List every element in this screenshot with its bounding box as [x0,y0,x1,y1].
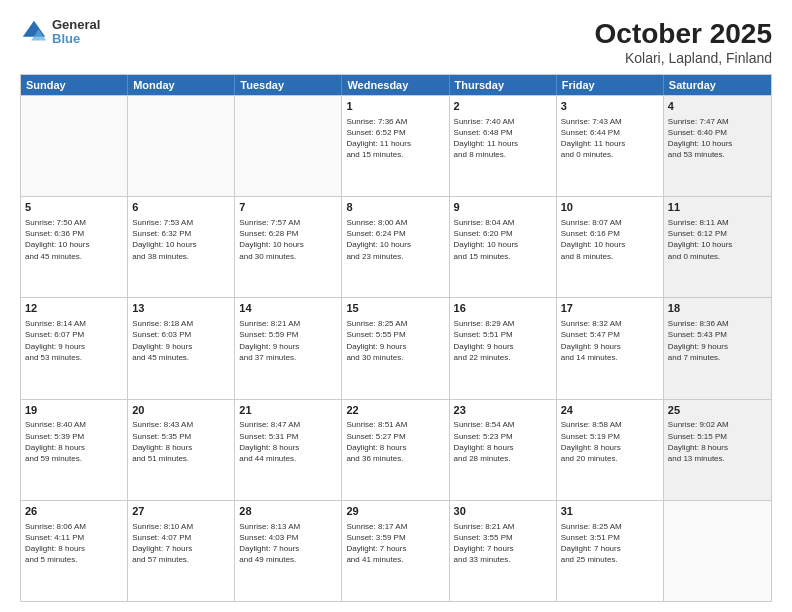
calendar-row: 5Sunrise: 7:50 AM Sunset: 6:36 PM Daylig… [21,196,771,297]
day-number: 7 [239,200,337,215]
calendar-cell: 6Sunrise: 7:53 AM Sunset: 6:32 PM Daylig… [128,197,235,297]
calendar-cell: 21Sunrise: 8:47 AM Sunset: 5:31 PM Dayli… [235,400,342,500]
day-number: 30 [454,504,552,519]
calendar-row: 1Sunrise: 7:36 AM Sunset: 6:52 PM Daylig… [21,95,771,196]
calendar-cell: 12Sunrise: 8:14 AM Sunset: 6:07 PM Dayli… [21,298,128,398]
day-info: Sunrise: 8:32 AM Sunset: 5:47 PM Dayligh… [561,318,659,363]
day-info: Sunrise: 8:06 AM Sunset: 4:11 PM Dayligh… [25,521,123,566]
day-info: Sunrise: 8:00 AM Sunset: 6:24 PM Dayligh… [346,217,444,262]
day-info: Sunrise: 8:58 AM Sunset: 5:19 PM Dayligh… [561,419,659,464]
calendar-row: 19Sunrise: 8:40 AM Sunset: 5:39 PM Dayli… [21,399,771,500]
calendar-cell: 31Sunrise: 8:25 AM Sunset: 3:51 PM Dayli… [557,501,664,601]
calendar-cell: 23Sunrise: 8:54 AM Sunset: 5:23 PM Dayli… [450,400,557,500]
calendar-cell: 3Sunrise: 7:43 AM Sunset: 6:44 PM Daylig… [557,96,664,196]
calendar-cell: 16Sunrise: 8:29 AM Sunset: 5:51 PM Dayli… [450,298,557,398]
day-info: Sunrise: 8:11 AM Sunset: 6:12 PM Dayligh… [668,217,767,262]
calendar-cell [664,501,771,601]
calendar-cell: 10Sunrise: 8:07 AM Sunset: 6:16 PM Dayli… [557,197,664,297]
calendar-cell: 22Sunrise: 8:51 AM Sunset: 5:27 PM Dayli… [342,400,449,500]
page: General Blue October 2025 Kolari, Laplan… [0,0,792,612]
calendar-cell: 9Sunrise: 8:04 AM Sunset: 6:20 PM Daylig… [450,197,557,297]
day-info: Sunrise: 8:07 AM Sunset: 6:16 PM Dayligh… [561,217,659,262]
day-info: Sunrise: 8:47 AM Sunset: 5:31 PM Dayligh… [239,419,337,464]
calendar-cell: 4Sunrise: 7:47 AM Sunset: 6:40 PM Daylig… [664,96,771,196]
day-info: Sunrise: 8:14 AM Sunset: 6:07 PM Dayligh… [25,318,123,363]
weekday-header: Thursday [450,75,557,95]
calendar-cell: 8Sunrise: 8:00 AM Sunset: 6:24 PM Daylig… [342,197,449,297]
weekday-header: Sunday [21,75,128,95]
day-number: 14 [239,301,337,316]
day-number: 8 [346,200,444,215]
calendar-cell: 15Sunrise: 8:25 AM Sunset: 5:55 PM Dayli… [342,298,449,398]
day-number: 19 [25,403,123,418]
day-number: 18 [668,301,767,316]
day-number: 25 [668,403,767,418]
day-number: 12 [25,301,123,316]
calendar-cell: 19Sunrise: 8:40 AM Sunset: 5:39 PM Dayli… [21,400,128,500]
day-info: Sunrise: 8:29 AM Sunset: 5:51 PM Dayligh… [454,318,552,363]
day-info: Sunrise: 7:36 AM Sunset: 6:52 PM Dayligh… [346,116,444,161]
calendar-cell: 29Sunrise: 8:17 AM Sunset: 3:59 PM Dayli… [342,501,449,601]
calendar-cell: 13Sunrise: 8:18 AM Sunset: 6:03 PM Dayli… [128,298,235,398]
calendar-cell: 7Sunrise: 7:57 AM Sunset: 6:28 PM Daylig… [235,197,342,297]
day-info: Sunrise: 8:25 AM Sunset: 5:55 PM Dayligh… [346,318,444,363]
day-number: 23 [454,403,552,418]
day-info: Sunrise: 7:50 AM Sunset: 6:36 PM Dayligh… [25,217,123,262]
day-number: 22 [346,403,444,418]
calendar-subtitle: Kolari, Lapland, Finland [595,50,772,66]
calendar-cell: 27Sunrise: 8:10 AM Sunset: 4:07 PM Dayli… [128,501,235,601]
day-info: Sunrise: 8:18 AM Sunset: 6:03 PM Dayligh… [132,318,230,363]
day-number: 28 [239,504,337,519]
day-number: 24 [561,403,659,418]
calendar-row: 12Sunrise: 8:14 AM Sunset: 6:07 PM Dayli… [21,297,771,398]
day-info: Sunrise: 7:53 AM Sunset: 6:32 PM Dayligh… [132,217,230,262]
day-info: Sunrise: 7:57 AM Sunset: 6:28 PM Dayligh… [239,217,337,262]
day-info: Sunrise: 8:04 AM Sunset: 6:20 PM Dayligh… [454,217,552,262]
calendar-cell: 28Sunrise: 8:13 AM Sunset: 4:03 PM Dayli… [235,501,342,601]
day-info: Sunrise: 8:21 AM Sunset: 5:59 PM Dayligh… [239,318,337,363]
day-info: Sunrise: 7:43 AM Sunset: 6:44 PM Dayligh… [561,116,659,161]
day-number: 31 [561,504,659,519]
day-info: Sunrise: 8:40 AM Sunset: 5:39 PM Dayligh… [25,419,123,464]
day-number: 17 [561,301,659,316]
calendar-cell: 11Sunrise: 8:11 AM Sunset: 6:12 PM Dayli… [664,197,771,297]
day-info: Sunrise: 7:40 AM Sunset: 6:48 PM Dayligh… [454,116,552,161]
weekday-header: Wednesday [342,75,449,95]
logo-line2: Blue [52,32,100,46]
day-number: 16 [454,301,552,316]
calendar-cell: 2Sunrise: 7:40 AM Sunset: 6:48 PM Daylig… [450,96,557,196]
calendar-cell: 24Sunrise: 8:58 AM Sunset: 5:19 PM Dayli… [557,400,664,500]
day-info: Sunrise: 7:47 AM Sunset: 6:40 PM Dayligh… [668,116,767,161]
day-info: Sunrise: 8:43 AM Sunset: 5:35 PM Dayligh… [132,419,230,464]
calendar-header: SundayMondayTuesdayWednesdayThursdayFrid… [21,75,771,95]
day-info: Sunrise: 8:21 AM Sunset: 3:55 PM Dayligh… [454,521,552,566]
day-number: 1 [346,99,444,114]
logo-text: General Blue [52,18,100,47]
logo: General Blue [20,18,100,47]
day-info: Sunrise: 8:51 AM Sunset: 5:27 PM Dayligh… [346,419,444,464]
day-info: Sunrise: 9:02 AM Sunset: 5:15 PM Dayligh… [668,419,767,464]
weekday-header: Saturday [664,75,771,95]
calendar-cell: 14Sunrise: 8:21 AM Sunset: 5:59 PM Dayli… [235,298,342,398]
day-number: 3 [561,99,659,114]
day-info: Sunrise: 8:13 AM Sunset: 4:03 PM Dayligh… [239,521,337,566]
day-number: 27 [132,504,230,519]
logo-line1: General [52,18,100,32]
calendar: SundayMondayTuesdayWednesdayThursdayFrid… [20,74,772,602]
day-info: Sunrise: 8:17 AM Sunset: 3:59 PM Dayligh… [346,521,444,566]
day-number: 13 [132,301,230,316]
calendar-row: 26Sunrise: 8:06 AM Sunset: 4:11 PM Dayli… [21,500,771,601]
day-number: 2 [454,99,552,114]
logo-icon [20,18,48,46]
day-number: 21 [239,403,337,418]
weekday-header: Monday [128,75,235,95]
day-number: 11 [668,200,767,215]
calendar-cell: 26Sunrise: 8:06 AM Sunset: 4:11 PM Dayli… [21,501,128,601]
calendar-cell: 1Sunrise: 7:36 AM Sunset: 6:52 PM Daylig… [342,96,449,196]
day-number: 5 [25,200,123,215]
day-number: 26 [25,504,123,519]
weekday-header: Friday [557,75,664,95]
day-number: 15 [346,301,444,316]
day-number: 6 [132,200,230,215]
header: General Blue October 2025 Kolari, Laplan… [20,18,772,66]
